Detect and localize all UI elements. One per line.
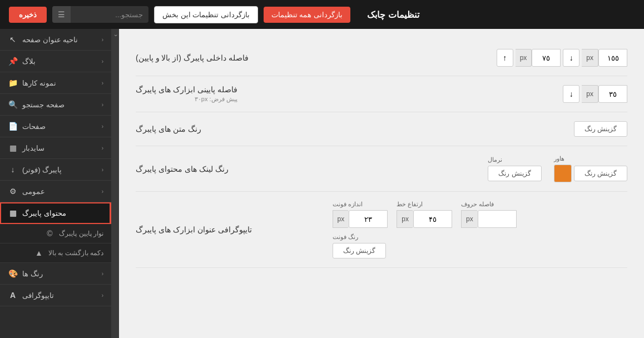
setting-inner-spacing: px ↓ px ↑ فاصله داخلی پایبرگ (از بالا و … [136, 40, 627, 76]
sidebar-label-colors: رنگ ها [22, 270, 43, 278]
sidebar-label-back-to-top: دکمه بازگشت به بالا [48, 249, 103, 257]
sidebar-item-footer[interactable]: ‹ پایبرگ (فوتر) ↓ [0, 159, 111, 181]
sidebar-item-bottom-bar[interactable]: نوار پایین پایبرگ © [0, 224, 111, 243]
sidebar-item-search[interactable]: ‹ صفحه جستجو 🔍 [0, 94, 111, 116]
hover-color-swatch[interactable] [554, 165, 572, 182]
sidebar-item-portfolio[interactable]: ‹ نمونه کارها 📁 [0, 72, 111, 94]
pin-icon: 📌 [8, 57, 18, 66]
setting-link-color-label: رنگ لینک های محتوای پایبرگ [136, 165, 229, 173]
font-size-input[interactable] [349, 210, 388, 228]
sidebar-item-content-typography: تایپوگرافی A [8, 291, 54, 300]
font-size-input-wrap: px [333, 210, 388, 228]
sidebar-label-pages: صفحات [22, 122, 46, 131]
spacing-top-input[interactable] [598, 49, 627, 67]
text-color-button[interactable]: گزینش رنگ [574, 121, 627, 137]
letter-spacing-unit: px [461, 210, 478, 228]
hover-color-wrap: گزینش رنگ [554, 165, 627, 182]
sidebar-item-content-blog: بلاگ 📌 [8, 57, 36, 66]
setting-text-color: گزینش رنگ رنگ متن های پایبرگ [136, 112, 627, 146]
sidebar-label-footer: پایبرگ (فوتر) [22, 166, 62, 174]
typography-icon: A [8, 291, 18, 300]
sidebar-arrow-portfolio: ‹ [102, 80, 103, 86]
sidebar-item-blog[interactable]: ‹ بلاگ 📌 [0, 51, 111, 72]
sidebar-label-typography: تایپوگرافی [22, 291, 54, 300]
sidebar-arrow-footer: ‹ [102, 167, 103, 173]
save-button[interactable]: ذخیره [9, 7, 47, 23]
setting-typography: فاصله حروف px ارتفاع خط px [136, 192, 627, 268]
setting-toolbar-spacing-label: فاصله پایینی ابزارک های پایبرگ پیش فرض: … [136, 85, 237, 103]
text-color-control: گزینش رنگ [574, 121, 627, 137]
line-height-input[interactable] [413, 210, 452, 228]
sidebar-label-blog: بلاگ [22, 57, 36, 66]
normal-color-button[interactable]: گزینش رنگ [488, 166, 541, 181]
sidebar-item-content-colors: رنگ ها 🎨 [8, 269, 43, 278]
spacing-top-wrap: px [582, 49, 627, 67]
search-icon: 🔍 [8, 100, 18, 109]
toolbar-arrow-down[interactable]: ↓ [563, 85, 579, 103]
sidebar-item-content-footer: پایبرگ (فوتر) ↓ [8, 165, 62, 174]
topbar: تنظیمات چابک بازگردانی همه تنظیمات بازگر… [0, 0, 644, 29]
gear-icon: ⚙ [8, 187, 18, 196]
palette-icon: 🎨 [8, 269, 18, 278]
sidebar-arrow-pages: ‹ [102, 123, 103, 130]
font-color-button[interactable]: گزینش رنگ [333, 243, 386, 259]
grid-icon: ▦ [8, 143, 18, 152]
typography-controls: فاصله حروف px ارتفاع خط px [333, 201, 627, 259]
letter-spacing-input[interactable] [478, 210, 517, 228]
setting-toolbar-spacing: px ↓ فاصله پایینی ابزارک های پایبرگ پیش … [136, 76, 627, 112]
setting-typography-label: تایپوگرافی عنوان ابزارک های پایبرگ [136, 225, 252, 234]
reset-all-button[interactable]: بازگردانی همه تنظیمات [264, 7, 350, 23]
copyright-icon: © [44, 229, 55, 238]
sidebar-collapse-btn[interactable]: ‹ [111, 29, 119, 338]
sidebar-label-sidebar: سایدبار [22, 144, 44, 152]
app-title: تنظیمات چابک [367, 9, 419, 20]
cursor-icon: ↖ [8, 35, 18, 44]
sidebar-item-content-portfolio: نمونه کارها 📁 [8, 78, 56, 87]
sidebar-item-back-to-top[interactable]: دکمه بازگشت به بالا ▲ [0, 243, 111, 263]
link-color-control: هاور گزینش رنگ نرمال گزینش رنگ [488, 155, 627, 182]
font-size-field: اندازه فونت px [333, 201, 388, 228]
font-size-label: اندازه فونت [333, 201, 363, 208]
hover-color-button[interactable]: گزینش رنگ [574, 166, 627, 181]
sidebar-item-page-title[interactable]: ‹ ناحیه عنوان صفحه ↖ [0, 29, 111, 51]
toolbar-spacing-input[interactable] [598, 85, 627, 103]
font-size-unit: px [333, 210, 349, 228]
sidebar-item-typography[interactable]: ‹ تایپوگرافی A [0, 285, 111, 306]
line-height-input-wrap: px [397, 210, 452, 228]
letter-spacing-input-wrap: px [461, 210, 517, 228]
normal-label: نرمال [488, 156, 502, 163]
search-icon-button[interactable]: ☰ [52, 6, 71, 23]
font-color-label: رنگ فونت [333, 233, 358, 241]
toolbar-spacing-wrap: px [582, 85, 627, 103]
hover-label: هاور [554, 155, 564, 162]
sidebar-item-footer-content[interactable]: محتوای پایبرگ ▦ [0, 202, 111, 224]
main-layout: px ↓ px ↑ فاصله داخلی پایبرگ (از بالا و … [0, 29, 644, 338]
sidebar-label-portfolio: نمونه کارها [22, 79, 56, 87]
sidebar-item-general[interactable]: ‹ عمومی ⚙ [0, 181, 111, 202]
spacing-control-inner: px ↓ px ↑ [497, 49, 627, 67]
sidebar-item-pages[interactable]: ‹ صفحات 📄 [0, 116, 111, 137]
sidebar-arrow-sidebar: ‹ [102, 145, 103, 151]
sidebar-item-content-footer-content: محتوای پایبرگ ▦ [8, 208, 66, 217]
arrow-down-btn[interactable]: ↓ [563, 49, 579, 67]
reset-section-button[interactable]: بازگردانی تنظیمات این بخش [154, 6, 258, 23]
sidebar-item-content-general: عمومی ⚙ [8, 187, 45, 196]
search-wrap: ☰ [52, 6, 148, 23]
sidebar-label-page-title: ناحیه عنوان صفحه [22, 36, 78, 44]
sidebar-arrow-page-title: ‹ [102, 37, 103, 43]
sidebar-label-bottom-bar: نوار پایین پایبرگ [59, 230, 103, 237]
font-color-field: رنگ فونت گزینش رنگ [333, 233, 386, 259]
hover-group: هاور گزینش رنگ [554, 155, 627, 182]
sidebar-item-colors[interactable]: ‹ رنگ ها 🎨 [0, 263, 111, 285]
sidebar-label-footer-content: محتوای پایبرگ [22, 209, 66, 217]
spacing-bottom-input[interactable] [532, 49, 561, 67]
sidebar-item-sidebar[interactable]: ‹ سایدبار ▦ [0, 137, 111, 159]
layout-icon: ▦ [8, 208, 18, 217]
search-input[interactable] [71, 7, 148, 23]
sidebar-arrow-colors: ‹ [102, 271, 103, 277]
sidebar-arrow-general: ‹ [102, 188, 103, 195]
line-height-label: ارتفاع خط [397, 201, 423, 208]
arrow-up-btn[interactable]: ↑ [497, 49, 513, 67]
normal-group: نرمال گزینش رنگ [488, 156, 541, 181]
spacing-control-toolbar: px ↓ [563, 85, 627, 103]
